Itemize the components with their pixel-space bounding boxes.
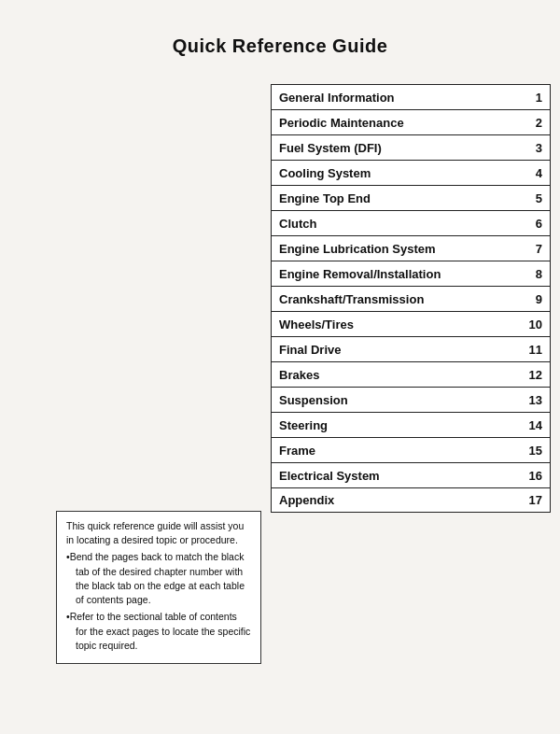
toc-number: 11 bbox=[520, 343, 550, 357]
toc-label: Final Drive bbox=[272, 339, 520, 360]
toc-label: Fuel System (DFI) bbox=[272, 137, 520, 159]
toc-row[interactable]: Brakes12 bbox=[271, 361, 551, 387]
page-title: Quick Reference Guide bbox=[0, 0, 560, 74]
toc-label: General Information bbox=[272, 87, 520, 108]
note-intro: This quick reference guide will assist y… bbox=[66, 519, 251, 547]
toc-label: Electrical System bbox=[272, 465, 520, 487]
toc-label: Engine Top End bbox=[272, 188, 520, 209]
toc-label: Suspension bbox=[272, 389, 520, 411]
toc-label: Periodic Maintenance bbox=[272, 112, 520, 134]
toc-row[interactable]: Engine Removal/Installation8 bbox=[271, 261, 551, 286]
toc-row[interactable]: Engine Top End5 bbox=[271, 185, 551, 210]
toc-container: General Information1Periodic Maintenance… bbox=[271, 84, 551, 513]
toc-row[interactable]: Frame15 bbox=[271, 437, 551, 462]
toc-label: Wheels/Tires bbox=[272, 314, 520, 335]
toc-row[interactable]: Final Drive11 bbox=[271, 336, 551, 361]
toc-row[interactable]: Clutch6 bbox=[271, 210, 551, 235]
toc-number: 10 bbox=[520, 318, 550, 332]
toc-number: 6 bbox=[520, 217, 550, 231]
toc-number: 17 bbox=[520, 493, 550, 507]
toc-label: Engine Removal/Installation bbox=[272, 263, 520, 285]
toc-number: 7 bbox=[520, 242, 550, 256]
toc-row[interactable]: Electrical System16 bbox=[271, 462, 551, 487]
toc-label: Engine Lubrication System bbox=[272, 238, 520, 260]
toc-label: Brakes bbox=[272, 364, 520, 386]
toc-number: 3 bbox=[520, 141, 550, 155]
toc-label: Cooling System bbox=[272, 162, 520, 184]
toc-number: 4 bbox=[520, 166, 550, 180]
toc-label: Clutch bbox=[272, 213, 520, 234]
toc-number: 2 bbox=[520, 116, 550, 130]
toc-number: 12 bbox=[520, 368, 550, 382]
toc-number: 1 bbox=[520, 91, 550, 105]
toc-number: 14 bbox=[520, 418, 550, 432]
page: Quick Reference Guide General Informatio… bbox=[0, 0, 560, 734]
toc-number: 16 bbox=[520, 469, 550, 483]
toc-row[interactable]: Appendix17 bbox=[271, 487, 551, 513]
note-bullet-2: •Refer to the sectional table of content… bbox=[66, 610, 251, 653]
toc-number: 8 bbox=[520, 267, 550, 281]
note-bullet-1: •Bend the pages back to match the black … bbox=[66, 550, 251, 607]
toc-row[interactable]: Cooling System4 bbox=[271, 160, 551, 185]
toc-row[interactable]: Crankshaft/Transmission9 bbox=[271, 286, 551, 311]
toc-row[interactable]: Engine Lubrication System7 bbox=[271, 235, 551, 261]
toc-row[interactable]: Fuel System (DFI)3 bbox=[271, 134, 551, 160]
toc-row[interactable]: General Information1 bbox=[271, 84, 551, 109]
toc-number: 13 bbox=[520, 393, 550, 407]
toc-row[interactable]: Suspension13 bbox=[271, 387, 551, 412]
toc-label: Steering bbox=[272, 415, 520, 436]
note-box: This quick reference guide will assist y… bbox=[56, 511, 261, 664]
toc-label: Appendix bbox=[272, 489, 520, 511]
toc-row[interactable]: Periodic Maintenance2 bbox=[271, 109, 551, 134]
toc-number: 5 bbox=[520, 191, 550, 205]
toc-number: 15 bbox=[520, 444, 550, 458]
toc-row[interactable]: Steering14 bbox=[271, 412, 551, 437]
toc-label: Crankshaft/Transmission bbox=[272, 289, 520, 310]
toc-row[interactable]: Wheels/Tires10 bbox=[271, 311, 551, 336]
toc-label: Frame bbox=[272, 440, 520, 461]
toc-number: 9 bbox=[520, 292, 550, 306]
